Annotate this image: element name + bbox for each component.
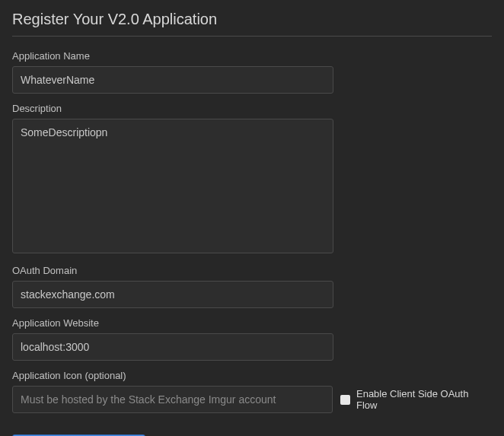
app-icon-input[interactable] <box>12 386 333 413</box>
oauth-domain-input[interactable] <box>12 281 333 308</box>
app-website-input[interactable] <box>12 333 333 361</box>
page-title: Register Your V2.0 Application <box>12 11 492 28</box>
app-website-label: Application Website <box>12 317 492 329</box>
app-name-input[interactable] <box>12 66 333 94</box>
field-app-name: Application Name <box>12 50 492 94</box>
field-app-website: Application Website <box>12 317 492 361</box>
enable-client-oauth-label: Enable Client Side OAuth Flow <box>356 388 492 411</box>
oauth-domain-label: OAuth Domain <box>12 265 492 276</box>
field-app-icon: Application Icon (optional) Enable Clien… <box>12 370 492 413</box>
app-icon-label: Application Icon (optional) <box>12 370 492 381</box>
enable-client-oauth-checkbox[interactable] <box>340 395 350 405</box>
field-description: Description SomeDescriptiopn <box>12 103 492 256</box>
description-label: Description <box>12 103 492 114</box>
enable-client-oauth-wrap: Enable Client Side OAuth Flow <box>340 388 492 411</box>
description-input[interactable]: SomeDescriptiopn <box>12 119 333 253</box>
divider <box>12 36 492 37</box>
app-name-label: Application Name <box>12 50 492 62</box>
field-oauth-domain: OAuth Domain <box>12 265 492 308</box>
